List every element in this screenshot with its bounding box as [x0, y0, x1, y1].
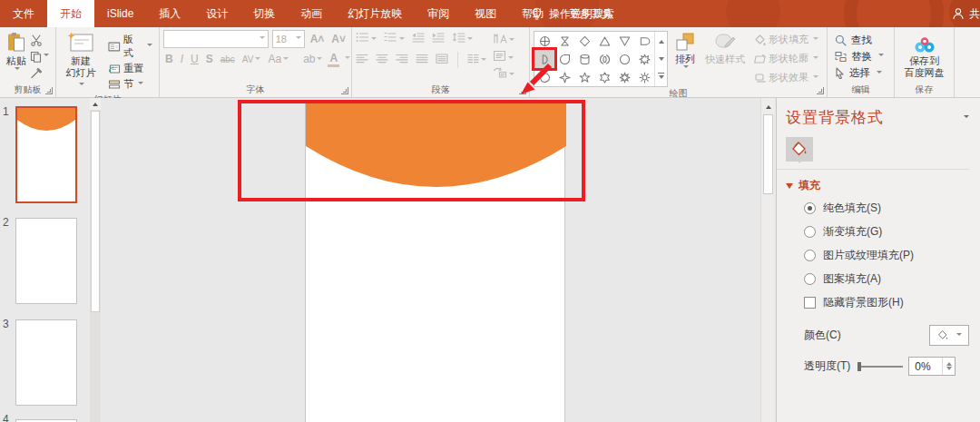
align-right-button[interactable]	[396, 54, 408, 66]
canvas-scrollbar-thumb[interactable]	[763, 114, 773, 194]
select-button[interactable]: 选择	[835, 66, 884, 80]
find-button[interactable]: 查找	[835, 34, 884, 47]
shape-fill-button[interactable]: 形状填充	[752, 32, 820, 47]
shape-double-bracket-icon[interactable]	[594, 50, 614, 68]
drawing-dialog-launcher[interactable]	[817, 87, 824, 94]
shape-oval-icon[interactable]	[614, 50, 634, 68]
align-center-button[interactable]	[376, 54, 388, 66]
shape-star-5-point-icon[interactable]	[574, 68, 594, 86]
color-picker-button[interactable]	[929, 325, 969, 346]
thumbnails-scrollbar-thumb[interactable]	[91, 111, 100, 312]
distribute-button[interactable]	[436, 54, 448, 66]
canvas-scroll-up-button[interactable]	[761, 100, 775, 113]
strikethrough-button[interactable]: abc	[219, 54, 237, 64]
bold-button[interactable]: B	[163, 53, 175, 65]
bullets-button[interactable]	[356, 32, 377, 45]
cut-icon[interactable]	[30, 34, 43, 46]
option-pattern-fill[interactable]: 图案填充(A)	[804, 271, 980, 287]
option-solid-fill[interactable]: 纯色填充(S)	[804, 201, 980, 216]
line-spacing-button[interactable]	[452, 32, 473, 45]
shape-flowchart-or-icon[interactable]	[534, 32, 554, 50]
shape-star-8-point-icon[interactable]	[614, 68, 634, 86]
justify-button[interactable]	[416, 54, 428, 66]
change-case-button[interactable]: Aa	[266, 53, 290, 65]
arrange-button[interactable]: 排列	[672, 30, 698, 87]
slide-thumbnail-3[interactable]	[15, 319, 77, 406]
tab-view[interactable]: 视图	[462, 0, 509, 27]
reset-button[interactable]: 重置	[106, 61, 154, 76]
slide-thumbnail-1[interactable]	[15, 106, 77, 203]
radio-pattern-fill[interactable]	[804, 273, 816, 285]
shape-hourglass-icon[interactable]	[554, 32, 574, 50]
fill-tab-button[interactable]	[786, 137, 813, 162]
tab-animations[interactable]: 动画	[288, 0, 335, 27]
decrease-indent-button[interactable]	[412, 32, 425, 45]
text-direction-button[interactable]	[493, 33, 514, 47]
radio-gradient-fill[interactable]	[804, 226, 816, 238]
copy-button[interactable]	[30, 51, 49, 63]
shape-explosion-icon[interactable]	[634, 50, 654, 68]
fill-section-header[interactable]: 填充	[786, 178, 980, 193]
thumbnails-scrollbar[interactable]	[90, 98, 101, 422]
layout-button[interactable]: 版式	[106, 32, 154, 61]
transparency-spinbox[interactable]: 0%	[908, 357, 956, 376]
shape-half-capsule-icon[interactable]	[634, 32, 654, 50]
shape-inverted-triangle-icon[interactable]	[614, 32, 634, 50]
option-hide-background[interactable]: 隐藏背景图形(H)	[804, 295, 980, 310]
replace-button[interactable]: 替换	[835, 50, 884, 64]
shape-teardrop-icon[interactable]	[554, 50, 574, 68]
grow-font-button[interactable]: A˄	[309, 33, 327, 45]
increase-indent-button[interactable]	[432, 32, 445, 45]
tab-design[interactable]: 设计	[193, 0, 240, 27]
font-name-combo[interactable]	[163, 30, 269, 48]
tab-review[interactable]: 审阅	[415, 0, 462, 27]
format-painter-icon[interactable]	[30, 67, 43, 79]
tab-islide[interactable]: iSlide	[94, 0, 146, 27]
columns-button[interactable]	[467, 54, 486, 66]
clipboard-dialog-launcher[interactable]	[45, 87, 53, 94]
align-left-button[interactable]	[356, 54, 368, 66]
font-size-combo[interactable]: 18	[272, 30, 305, 48]
new-slide-button[interactable]: 新建 幻灯片	[60, 30, 102, 93]
shape-effects-button[interactable]: 形状效果	[752, 70, 820, 85]
spin-arrows[interactable]	[942, 358, 955, 375]
quick-styles-button[interactable]: 快速样式	[702, 30, 748, 87]
transparency-slider[interactable]	[856, 361, 903, 372]
tab-home[interactable]: 开始	[47, 0, 94, 27]
shape-star-4-point-icon[interactable]	[554, 68, 574, 86]
shape-star-6-point-icon[interactable]	[594, 68, 614, 86]
thumbnails-scroll-up-button[interactable]	[90, 98, 101, 110]
shape-diamond-icon[interactable]	[574, 32, 594, 50]
shape-triangle-icon[interactable]	[594, 32, 614, 50]
tab-slideshow[interactable]: 幻灯片放映	[335, 0, 415, 27]
panel-options-caret[interactable]	[964, 115, 969, 121]
radio-picture-fill[interactable]	[804, 250, 816, 261]
tab-insert[interactable]: 插入	[146, 0, 193, 27]
shrink-font-button[interactable]: A˅	[329, 33, 348, 45]
option-picture-fill[interactable]: 图片或纹理填充(P)	[804, 248, 980, 263]
option-gradient-fill[interactable]: 渐变填充(G)	[804, 224, 980, 240]
section-button[interactable]: 节	[106, 76, 154, 92]
character-spacing-button[interactable]: AV	[240, 54, 263, 64]
shape-sun-icon[interactable]	[634, 68, 654, 86]
shadow-button[interactable]: S	[204, 53, 215, 65]
shape-outline-button[interactable]: 形状轮廓	[752, 51, 820, 66]
font-color-button[interactable]: A	[328, 52, 339, 67]
paste-button[interactable]: 粘贴	[4, 30, 29, 83]
tab-file[interactable]: 文件	[0, 0, 47, 27]
radio-solid-fill[interactable]	[804, 202, 816, 214]
tab-transitions[interactable]: 切换	[240, 0, 288, 27]
font-dialog-launcher[interactable]	[341, 87, 348, 94]
tell-me-search[interactable]: 操作说明搜索	[531, 0, 614, 27]
italic-button[interactable]: I	[179, 53, 185, 65]
checkbox-hide-background[interactable]	[804, 297, 816, 309]
canvas-scrollbar[interactable]	[760, 98, 774, 422]
share-button[interactable]: 共享	[952, 0, 980, 27]
shapes-more-button[interactable]	[655, 68, 667, 86]
save-to-baidu-button[interactable]: 保存到 百度网盘	[899, 30, 950, 83]
highlight-color-button[interactable]: ab	[301, 53, 324, 65]
numbering-button[interactable]	[384, 32, 405, 45]
shapes-scroll-up-button[interactable]	[655, 32, 667, 50]
shapes-scroll-down-button[interactable]	[655, 50, 667, 68]
slide-thumbnail-2[interactable]	[15, 218, 77, 304]
